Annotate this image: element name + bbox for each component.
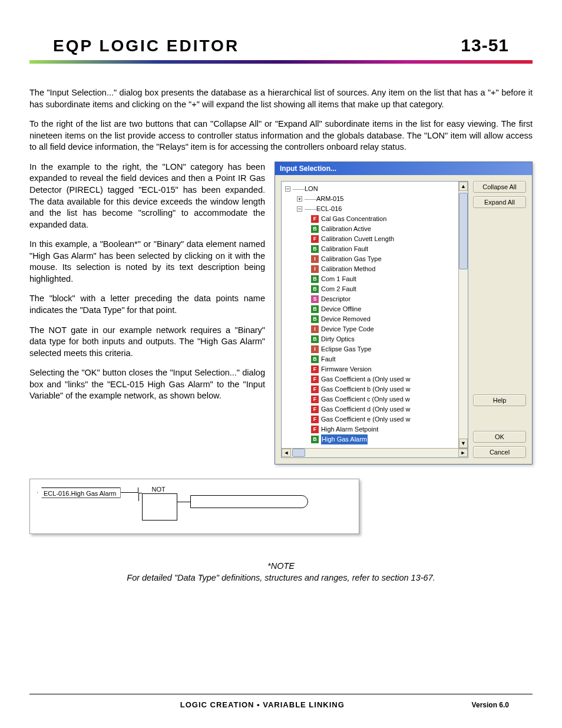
data-type-badge-icon: B xyxy=(311,436,319,443)
tree-leaf-item[interactable]: FGas Coefficient b (Only used w xyxy=(283,384,467,394)
data-type-badge-icon: B xyxy=(311,225,319,233)
paragraph: The NOT gate in our example network requ… xyxy=(29,325,265,360)
data-type-badge-icon: I xyxy=(311,265,319,273)
tree-leaf-label: High Alarm Setpoint xyxy=(321,424,378,434)
tree-leaf-item[interactable]: FGas Coefficient c (Only used w xyxy=(283,394,467,404)
scroll-thumb[interactable] xyxy=(292,449,305,457)
expand-all-button[interactable]: Expand All xyxy=(473,196,526,208)
scroll-thumb[interactable] xyxy=(459,193,468,269)
tree-leaf-label: High Gas Alarm xyxy=(321,434,368,444)
paragraph: To the right of the list are two buttons… xyxy=(29,118,533,153)
note-heading: *NOTE xyxy=(29,560,533,572)
tree-leaf-label: Device Removed xyxy=(321,314,371,324)
tree-node-lon[interactable]: − —— LON xyxy=(283,184,467,194)
tree-leaf-label: Gas Coefficient c (Only used w xyxy=(321,394,410,404)
tree-leaf-item[interactable]: FCal Gas Concentration xyxy=(283,214,467,224)
tree-node-arm015[interactable]: + —— ARM-015 xyxy=(283,194,467,204)
tree-leaf-label: Com 2 Fault xyxy=(321,284,356,294)
dialog-title: Input Selection... xyxy=(275,162,532,175)
scroll-right-icon[interactable]: ► xyxy=(458,449,468,457)
tree-leaf-item[interactable]: BCom 2 Fault xyxy=(283,284,467,294)
tree-leaf-label: Gas Coefficient a (Only used w xyxy=(321,374,410,384)
ok-button[interactable]: OK xyxy=(473,431,526,443)
tree-leaf-item[interactable]: FCalibration Cuvett Length xyxy=(283,234,467,244)
data-type-badge-icon: B xyxy=(311,305,319,313)
tree-leaf-item[interactable]: ICalibration Method xyxy=(283,264,467,274)
tree-leaf-item[interactable]: BDirty Optics xyxy=(283,334,467,344)
note-block: *NOTE For detailed "Data Type" definitio… xyxy=(29,560,533,584)
tree-leaf-item[interactable]: FGas Coefficient a (Only used w xyxy=(283,374,467,384)
tree-view[interactable]: − —— LON + —— ARM-015 xyxy=(281,181,468,458)
tree-leaf-item[interactable]: FFirmware Version xyxy=(283,364,467,374)
tree-leaf-label: Cal Gas Concentration xyxy=(321,214,386,224)
page-footer: LOGIC CREATION • VARIABLE LINKING Versio… xyxy=(29,694,533,709)
tree-leaf-item[interactable]: SDescriptor xyxy=(283,294,467,304)
tree-leaf-item[interactable]: BFault xyxy=(283,354,467,364)
tree-leaf-item[interactable]: FGas Coefficient d (Only used w xyxy=(283,404,467,414)
tree-leaf-label: Firmware Version xyxy=(321,364,372,374)
tree-label: LON xyxy=(305,184,318,194)
input-variable-block: ECL-016.High Gas Alarm xyxy=(37,487,121,498)
tree-leaf-label: Fault xyxy=(321,354,335,364)
tree-leaf-item[interactable]: IDevice Type Code xyxy=(283,324,467,334)
tree-leaf-label: Calibration Gas Type xyxy=(321,254,382,264)
horizontal-scrollbar[interactable]: ◄ ► xyxy=(282,448,468,457)
vertical-scrollbar[interactable]: ▲ ▼ xyxy=(458,182,468,448)
tree-leaf-label: Descriptor xyxy=(321,294,351,304)
data-type-badge-icon: F xyxy=(311,406,319,413)
tree-leaf-label: Device Type Code xyxy=(321,324,374,334)
tree-leaf-item[interactable]: FHigh Alarm Setpoint xyxy=(283,424,467,434)
tree-leaf-item[interactable]: FGas Coefficient e (Only used w xyxy=(283,414,467,424)
paragraph: Selecting the "OK" button closes the "In… xyxy=(29,367,265,402)
tree-leaf-label: Com 1 Fault xyxy=(321,274,356,284)
data-type-badge-icon: B xyxy=(311,335,319,343)
tree-leaf-label: Calibration Method xyxy=(321,264,375,274)
tree-leaf-item[interactable]: BDevice Removed xyxy=(283,314,467,324)
data-type-badge-icon: I xyxy=(311,255,319,263)
data-type-badge-icon: F xyxy=(311,386,319,393)
scroll-left-icon[interactable]: ◄ xyxy=(282,449,291,457)
tree-leaf-label: Eclipse Gas Type xyxy=(321,344,371,354)
tree-leaf-label: Calibration Active xyxy=(321,224,371,234)
data-type-badge-icon: F xyxy=(311,375,319,383)
tree-node-ecl016[interactable]: − —— ECL-016 xyxy=(283,204,467,214)
footer-version: Version 6.0 xyxy=(472,701,509,709)
data-type-badge-icon: F xyxy=(311,215,319,223)
data-type-badge-icon: B xyxy=(311,275,319,283)
data-type-badge-icon: S xyxy=(311,295,319,303)
tree-label: ECL-016 xyxy=(316,204,342,214)
data-type-badge-icon: F xyxy=(311,416,319,423)
collapse-all-button[interactable]: Collapse All xyxy=(473,181,526,193)
tree-leaf-item[interactable]: BCalibration Fault xyxy=(283,244,467,254)
tree-leaf-label: Device Offline xyxy=(321,304,361,314)
tree-leaf-item[interactable]: BCalibration Active xyxy=(283,224,467,234)
collapse-icon[interactable]: − xyxy=(297,206,302,212)
scroll-up-icon[interactable]: ▲ xyxy=(459,182,468,191)
tree-leaf-item[interactable]: BCom 1 Fault xyxy=(283,274,467,284)
tree-leaf-label: Dirty Optics xyxy=(321,334,355,344)
tree-leaf-label: Gas Coefficient e (Only used w xyxy=(321,414,410,424)
tree-leaf-label: Gas Coefficient b (Only used w xyxy=(321,384,410,394)
page-title: Eqp Logic Editor xyxy=(53,37,239,55)
tree-leaf-label: Calibration Fault xyxy=(321,244,368,254)
input-selection-dialog: Input Selection... − —— LON xyxy=(275,162,533,465)
tree-leaf-item[interactable]: IEclipse Gas Type xyxy=(283,344,467,354)
expand-icon[interactable]: + xyxy=(297,196,302,202)
tree-leaf-item[interactable]: BDevice Offline xyxy=(283,304,467,314)
tree-leaf-item[interactable]: BHigh Gas Alarm xyxy=(283,434,467,444)
data-type-badge-icon: B xyxy=(311,245,319,253)
data-type-badge-icon: I xyxy=(311,345,319,353)
data-type-badge-icon: B xyxy=(311,355,319,363)
scroll-down-icon[interactable]: ▼ xyxy=(459,439,468,448)
help-button[interactable]: Help xyxy=(473,394,526,406)
page-number: 13-51 xyxy=(461,35,509,55)
note-text: For detailed "Data Type" definitions, st… xyxy=(29,572,533,584)
tree-leaf-item[interactable]: ICalibration Gas Type xyxy=(283,254,467,264)
data-type-badge-icon: F xyxy=(311,426,319,433)
paragraph: In this example, a "Boolean*" or "Binary… xyxy=(29,239,265,285)
data-type-badge-icon: I xyxy=(311,325,319,333)
not-gate-block: NOT xyxy=(142,493,177,521)
cancel-button[interactable]: Cancel xyxy=(473,446,526,458)
collapse-icon[interactable]: − xyxy=(285,186,290,192)
data-type-badge-icon: B xyxy=(311,315,319,323)
